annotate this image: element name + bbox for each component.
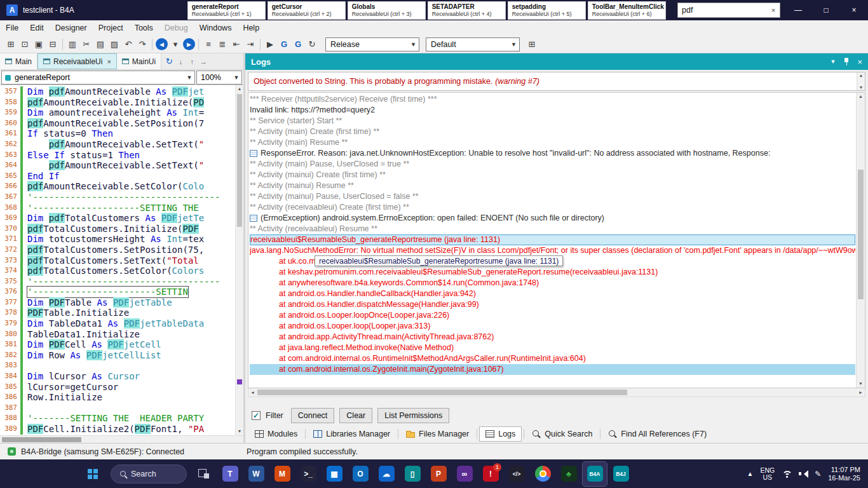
taskbar-visual-studio[interactable]: ∞ [452,462,477,486]
code-line[interactable]: 372pdfTotalCustomers.SetPosition(75, [0,245,243,255]
cut-icon[interactable]: ✂ [79,37,93,51]
code-line[interactable]: 360pdfAmountReceivable.SetPosition(7 [0,118,243,129]
warning-box[interactable]: Object converted to String. This is prob… [248,72,865,91]
bottom-tab-logs[interactable]: Logs [479,426,522,442]
code-line[interactable]: 365End If [0,171,243,182]
log-line[interactable]: ** Activity (main) Resume ** [250,137,855,148]
menu-edit[interactable]: Edit [24,22,50,34]
taskbar-dev-editor[interactable]: </> [505,462,529,486]
code-line[interactable]: 363Else If status=1 Then [0,150,243,161]
sync-designer-icon[interactable]: ↻ [164,56,174,67]
scrollbar-thumb[interactable] [237,94,242,227]
taskbar-terminal[interactable]: >_ [296,462,320,486]
volume-icon[interactable] [799,470,808,478]
code-line[interactable]: 366pdfAmountReceivable.SetColor(Colo [0,181,243,192]
code-line[interactable]: 370pdfTotalCustomers.Initialize(PDF [0,224,243,234]
goto-definition-icon[interactable]: → [198,56,208,67]
new-module-icon[interactable]: ⊞ [4,37,18,51]
editor-vertical-scrollbar[interactable]: ▲ ▼ [235,85,243,435]
log-line[interactable]: ** Service (starter) Start ** [250,116,855,126]
open-project-icon[interactable]: ⊡ [18,37,32,51]
code-line[interactable]: 381Dim PDFCell As PDFjetCell [0,339,243,350]
taskbar-onedrive[interactable]: ☁ [374,462,398,486]
bookmark-tab-toolbar-menuitemclick[interactable]: ToolBar_MenuItemClickReceivaableUi (ctrl… [588,1,666,20]
code-line[interactable]: 386Row.Initialize [0,392,243,403]
log-line[interactable]: at java.lang.reflect.Method.invoke(Nativ… [250,342,855,353]
undo-icon[interactable]: ↶ [121,37,135,51]
code-line[interactable]: 362 pdfAmountReceivable.SetText(" [0,139,243,150]
code-line[interactable]: 388'-------SETTING THE HEADER PARTY [0,413,243,424]
save-icon[interactable]: ▣ [32,37,46,51]
bottom-tab-modules[interactable]: Modules [249,427,303,441]
code-line[interactable]: 373pdfTotalCustomers.SetText("Total [0,255,243,266]
minimize-button[interactable]: — [784,0,812,20]
taskbar-outlook[interactable]: O [348,462,372,486]
chevron-down-icon[interactable]: ▼ [830,58,836,65]
tab-main[interactable]: Main [0,53,37,69]
log-line[interactable]: at anywheresoftware.b4a.keywords.Common$… [250,278,855,288]
bookmark-tab-setpadding[interactable]: setpaddingReceivaableUi (ctrl + 5) [508,1,586,20]
code-line[interactable]: 371Dim totcustomersHeight As Int=tex [0,234,243,245]
search-input[interactable] [678,3,767,17]
compile-debug-icon[interactable]: G [291,37,305,51]
log-line[interactable]: Invalid link: https://?method=query2 [250,105,855,116]
log-line[interactable]: *** Receiver (httputils2service) Receive… [250,94,855,105]
code-line[interactable]: 382Dim Row As PDFjetCellList [0,350,243,361]
log-line[interactable]: at android.os.Handler.dispatchMessage(Ha… [250,299,855,310]
taskbar-chrome[interactable] [531,462,555,486]
menu-designer[interactable]: Designer [50,22,93,34]
code-line[interactable]: 374pdfTotalCustomers.SetColor(Colors [0,266,243,276]
log-line[interactable]: ** Activity (main) Create (first time) *… [250,126,855,137]
scroll-up-icon[interactable]: ▲ [857,93,865,100]
tab-mainui[interactable]: MainUi [117,53,161,69]
bottom-tab-files-manager[interactable]: Files Manager [400,427,475,441]
indent-icon[interactable]: ⇥ [243,37,257,51]
scroll-down-icon[interactable]: ▼ [236,428,243,435]
paste-icon[interactable]: ▨ [107,37,121,51]
scrollbar-thumb[interactable] [257,390,627,395]
log-line[interactable]: (ErrnoException) android.system.ErrnoExc… [250,213,855,224]
scroll-up-icon[interactable]: ▲ [236,85,243,93]
bookmark-tab-getcursor[interactable]: getCursorReceivaableUi (ctrl + 2) [268,1,346,20]
forward-icon[interactable]: ▶ [183,38,195,50]
log-line[interactable]: ** Activity (mainui) Resume ** [250,180,855,191]
pen-icon[interactable]: ✎ [815,470,821,478]
code-line[interactable]: 369Dim pdfTotalCustomers As PDFjetTe [0,213,243,224]
profile-select[interactable]: Default ▼ [426,37,520,51]
warning-scrollbar[interactable]: ▲▼ [857,72,865,90]
save-all-icon[interactable]: ⊟ [46,37,60,51]
bookmark-tab-generatereport[interactable]: generateReportReceivaableUi (ctrl + 1) [187,1,266,20]
code-line[interactable]: 367'----------------------------------- [0,192,243,203]
start-button[interactable] [81,463,104,485]
code-line[interactable]: 358pdfAmountReceivable.Initialize(PD [0,97,243,108]
taskbar-b4a[interactable]: B4A [583,462,607,486]
visual-designer-icon[interactable]: ⊞ [525,37,539,51]
log-horizontal-scrollbar[interactable]: ◄ ► [248,388,865,397]
run-icon[interactable]: ▶ [263,37,277,51]
log-line[interactable]: at uk.co.mreceivaableui$ResumableSub_gen… [250,256,855,267]
log-line[interactable]: at com.android.internal.os.RuntimeInit$M… [250,353,855,364]
redo-icon[interactable]: ↷ [135,37,149,51]
menu-file[interactable]: File [0,22,24,34]
menu-windows[interactable]: Windows [194,22,238,34]
clock[interactable]: 11:07 PM 16-Mar-25 [828,466,860,482]
bottom-tab-quick-search[interactable]: Quick Search [526,427,598,441]
log-line[interactable]: ** Activity (mainui) Pause, UserClosed =… [250,191,855,202]
zoom-selector[interactable]: 100% ▼ [196,71,242,85]
close-button[interactable]: × [840,0,868,20]
scroll-right-icon[interactable]: ► [857,388,865,396]
log-line[interactable]: at android.app.ActivityThread.main(Activ… [250,332,855,342]
log-line[interactable]: ** Activity (mainui) Create (first time)… [250,170,855,180]
compile-release-icon[interactable]: G [277,37,291,51]
log-line[interactable]: ** Activity (main) Pause, UserClosed = t… [250,159,855,170]
sub-selector[interactable]: generateReport ▼ [1,71,195,85]
taskbar-teams[interactable]: T [218,462,242,486]
maximize-button[interactable]: □ [812,0,840,20]
code-line[interactable]: 361If status=0 Then [0,128,243,139]
scroll-down-icon[interactable]: ▼ [857,380,865,388]
clear-search-icon[interactable]: × [767,6,780,14]
build-configuration-select[interactable]: Release ▼ [325,37,419,51]
code-line[interactable]: 376'-----------------------SETTIN [0,287,243,297]
code-line[interactable]: 389PDFCell.Initialize2(PDFFont1, "PA [0,424,243,435]
language-indicator[interactable]: ENG US [760,467,775,481]
